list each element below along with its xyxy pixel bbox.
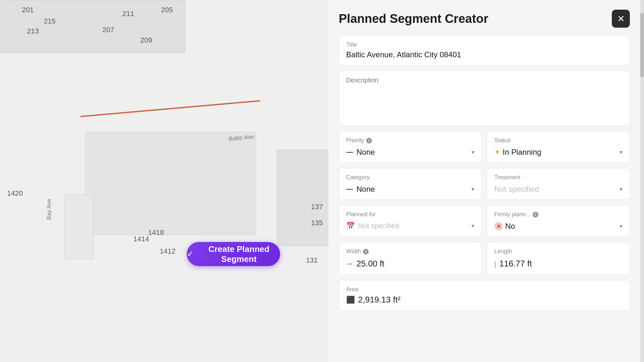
category-label: Category [346, 174, 474, 181]
create-planned-segment-button[interactable]: ✓ Create Planned Segment [187, 242, 280, 266]
firmly-planned-dropdown-row: ✕ No ▾ [494, 222, 622, 231]
category-value: None [346, 185, 375, 194]
category-field[interactable]: Category None ▾ [339, 168, 482, 200]
treatment-field[interactable]: Treatment Not specified ▾ [487, 168, 630, 200]
map-label-131: 131 [306, 256, 318, 265]
map-label-209: 209 [140, 36, 152, 44]
priority-field[interactable]: Priority i None ▾ [339, 131, 482, 163]
checkmark-icon: ✓ [187, 249, 194, 259]
area-field: Area ⬛ 2,919.13 ft² [339, 280, 630, 311]
area-label: Area [346, 286, 622, 293]
firmly-planned-field[interactable]: Firmly plann... i ✕ No ▾ [487, 205, 630, 237]
form-body: Title Priority i Non [328, 35, 640, 321]
priority-dropdown-row: None ▾ [346, 148, 474, 157]
right-panel: Planned Segment Creator ✕ Title [328, 0, 644, 362]
treatment-dropdown-row: Not specified ▾ [494, 185, 622, 194]
treatment-label: Treatment [494, 174, 622, 181]
category-treatment-row: Category None ▾ Treatment [339, 168, 630, 200]
map-label-215: 215 [44, 17, 56, 25]
bay-ave-label: Bay Ave [46, 199, 52, 220]
dash-icon [346, 152, 353, 153]
map-label-135: 135 [311, 219, 323, 227]
map-label-1414: 1414 [133, 235, 149, 243]
map-label-137: 137 [311, 203, 323, 211]
status-dropdown-row: ✦ In Planning ▾ [494, 148, 622, 157]
width-info-icon: i [363, 249, 369, 255]
category-dash-icon [346, 189, 353, 190]
status-chevron-icon: ▾ [620, 149, 622, 156]
status-field[interactable]: Status ✦ In Planning ▾ [487, 131, 630, 163]
firmly-planned-info-icon: i [533, 212, 538, 218]
length-field: Length | 116.77 ft [487, 242, 630, 275]
firmly-planned-label: Firmly plann... i [494, 211, 622, 218]
category-dropdown-row: None ▾ [346, 185, 474, 194]
priority-status-row: Priority i None ▾ Status [339, 131, 630, 163]
create-button-label: Create Planned Segment [198, 244, 280, 264]
priority-chevron-icon: ▾ [471, 149, 474, 156]
area-value: ⬛ 2,919.13 ft² [346, 295, 622, 305]
width-label: Width i [346, 248, 474, 255]
priority-label: Priority i [346, 137, 474, 144]
map-label-207: 207 [102, 26, 114, 34]
firmly-planned-value: ✕ No [494, 222, 515, 231]
panel-content: Planned Segment Creator ✕ Title [328, 0, 640, 362]
firmly-planned-chevron-icon: ▾ [620, 223, 622, 230]
map-label-201: 201 [22, 6, 34, 14]
treatment-value: Not specified [494, 185, 539, 194]
panel-title: Planned Segment Creator [339, 12, 488, 26]
width-value: ↔ 25.00 ft [346, 259, 474, 269]
planned-for-chevron-icon: ▾ [471, 222, 474, 229]
map-label-1418: 1418 [148, 228, 164, 237]
map-area: 201 215 213 211 205 207 209 1420 1418 14… [0, 0, 328, 362]
title-label: Title [346, 42, 622, 48]
map-label-205: 205 [161, 6, 173, 14]
planned-for-value: 📅 Not specified [346, 222, 399, 230]
width-icon: ↔ [346, 260, 353, 268]
status-value: ✦ In Planning [494, 148, 541, 157]
panel-header: Planned Segment Creator ✕ [328, 0, 640, 35]
planned-for-label: Planned for [346, 211, 474, 218]
dimensions-row: Width i ↔ 25.00 ft Length | 116.77 ft [339, 242, 630, 275]
title-input[interactable] [346, 50, 622, 59]
priority-value: None [346, 148, 375, 157]
status-label: Status [494, 137, 622, 144]
x-badge-icon: ✕ [494, 222, 503, 230]
width-field: Width i ↔ 25.00 ft [339, 242, 482, 275]
map-label-211: 211 [122, 10, 134, 18]
planned-for-field[interactable]: Planned for 📅 Not specified ▾ [339, 205, 482, 237]
map-label-1412: 1412 [160, 247, 175, 255]
star-icon: ✦ [494, 148, 500, 156]
area-icon: ⬛ [346, 296, 355, 304]
description-input[interactable] [346, 77, 622, 118]
close-icon: ✕ [617, 14, 625, 24]
scrollbar-thumb[interactable] [640, 13, 644, 77]
close-button[interactable]: ✕ [612, 10, 630, 28]
treatment-chevron-icon: ▾ [620, 186, 622, 193]
map-label-1420: 1420 [7, 189, 23, 198]
planned-row: Planned for 📅 Not specified ▾ Firmly pla… [339, 205, 630, 237]
priority-info-icon: i [366, 138, 372, 144]
title-field: Title [339, 35, 630, 65]
length-value: | 116.77 ft [494, 259, 622, 269]
calendar-icon: 📅 [346, 222, 355, 230]
length-label: Length [494, 248, 622, 255]
cursor-icon: | [494, 260, 496, 268]
planned-for-dropdown-row: 📅 Not specified ▾ [346, 222, 474, 230]
map-label-213: 213 [27, 27, 39, 35]
description-field [339, 70, 630, 126]
orange-road-line [80, 100, 260, 117]
category-chevron-icon: ▾ [471, 186, 474, 193]
scrollbar-track[interactable] [640, 0, 644, 362]
